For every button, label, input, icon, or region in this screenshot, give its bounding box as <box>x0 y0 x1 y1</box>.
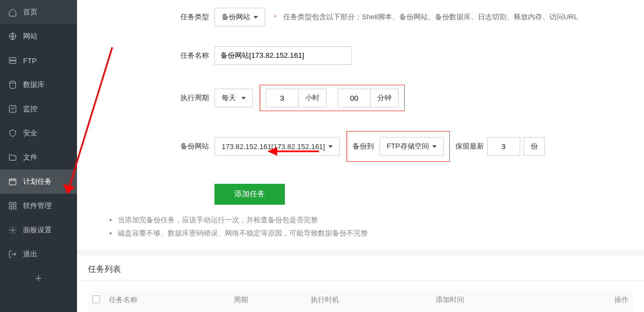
keep-latest-unit: 份 <box>524 137 545 156</box>
sidebar-item-home[interactable]: 首页 <box>0 0 77 24</box>
sidebar: 首页 网站 FTP 数据库 监控 安全 文件 计划任务 软件管理 面板设置 退出 <box>0 0 77 312</box>
table-header-row: 任务名称 周期 执行时机 添加时间 操作 <box>88 289 633 311</box>
task-type-note: 任务类型包含以下部分：Shell脚本、备份网站、备份数据库、日志切割、释放内存、… <box>283 12 578 22</box>
hint-item: 当添加完备份任务，应该手动运行一次，并检查备份包是否完整 <box>118 214 644 227</box>
svg-point-3 <box>10 81 16 83</box>
svg-rect-2 <box>9 61 16 64</box>
row-task-type: 任务类型 备份网站 * 任务类型包含以下部分：Shell脚本、备份网站、备份数据… <box>77 3 644 31</box>
task-name-input[interactable] <box>214 46 352 65</box>
minute-input[interactable] <box>338 89 371 107</box>
add-task-button[interactable]: 添加任务 <box>214 184 285 205</box>
sidebar-item-label: 软件管理 <box>23 201 52 211</box>
svg-rect-1 <box>9 58 16 61</box>
task-type-label: 任务类型 <box>165 12 214 22</box>
backup-site-value: 173.82.152.161[173.82.152.161] <box>222 143 325 151</box>
chart-icon <box>8 104 18 114</box>
col-added: 添加时间 <box>431 289 556 311</box>
row-submit: 添加任务 <box>77 179 644 209</box>
backup-to-label: 备份到 <box>353 141 374 151</box>
col-op: 操作 <box>556 289 633 311</box>
home-icon <box>8 7 18 17</box>
sidebar-item-database[interactable]: 数据库 <box>0 73 77 97</box>
cycle-dropdown[interactable]: 每天 <box>214 89 253 107</box>
sidebar-item-label: 数据库 <box>23 80 45 90</box>
sidebar-add-button[interactable]: + <box>0 266 77 291</box>
calendar-icon <box>8 177 18 187</box>
svg-rect-5 <box>9 179 16 185</box>
plus-icon: + <box>35 271 42 286</box>
sidebar-item-label: 安全 <box>23 128 37 138</box>
backup-site-dropdown[interactable]: 173.82.152.161[173.82.152.161] <box>214 137 340 156</box>
col-name: 任务名称 <box>104 289 229 311</box>
hour-input[interactable] <box>266 89 299 107</box>
row-task-name: 任务名称 <box>77 42 644 69</box>
time-highlight: 小时 分钟 <box>260 85 405 111</box>
row-backup-site: 备份网站 173.82.152.161[173.82.152.161] 备份到 … <box>77 127 644 166</box>
backup-to-value: FTP存储空间 <box>387 141 429 151</box>
apps-icon <box>8 201 18 211</box>
keep-latest-label: 保留最新 <box>455 141 484 151</box>
globe-icon <box>8 31 18 41</box>
sidebar-item-label: 网站 <box>23 31 37 41</box>
svg-rect-8 <box>9 206 12 209</box>
required-star: * <box>274 13 277 21</box>
caret-down-icon <box>328 145 333 148</box>
svg-rect-7 <box>13 202 16 205</box>
sidebar-item-security[interactable]: 安全 <box>0 121 77 145</box>
col-runtime: 执行时机 <box>306 289 431 311</box>
row-cycle: 执行周期 每天 小时 分钟 <box>77 80 644 116</box>
backup-to-dropdown[interactable]: FTP存储空间 <box>379 137 444 156</box>
caret-down-icon <box>241 97 246 100</box>
cycle-label: 执行周期 <box>165 93 214 103</box>
sidebar-item-files[interactable]: 文件 <box>0 145 77 169</box>
sidebar-item-label: 文件 <box>23 152 37 162</box>
sidebar-item-label: 计划任务 <box>23 177 52 187</box>
svg-rect-9 <box>13 206 16 209</box>
hints-list: 当添加完备份任务，应该手动运行一次，并检查备份包是否完整 磁盘容量不够、数据库密… <box>77 209 644 250</box>
caret-down-icon <box>432 145 437 148</box>
shield-icon <box>8 128 18 138</box>
minute-unit: 分钟 <box>371 89 399 107</box>
task-table-wrap: 任务名称 周期 执行时机 添加时间 操作 当前没有计划任务 <box>77 281 644 312</box>
folder-icon <box>8 152 18 162</box>
sidebar-item-software[interactable]: 软件管理 <box>0 194 77 218</box>
sidebar-item-label: FTP <box>23 57 37 65</box>
svg-rect-6 <box>9 202 12 205</box>
task-table: 任务名称 周期 执行时机 添加时间 操作 当前没有计划任务 <box>88 289 633 312</box>
task-list-panel: 任务列表 任务名称 周期 执行时机 添加时间 操作 当前没有计划任务 <box>77 255 644 312</box>
sidebar-item-label: 退出 <box>23 249 37 259</box>
backup-site-label: 备份网站 <box>165 141 214 151</box>
select-all-checkbox[interactable] <box>92 295 100 303</box>
sidebar-item-cron[interactable]: 计划任务 <box>0 169 77 194</box>
database-icon <box>8 80 18 90</box>
task-name-label: 任务名称 <box>165 51 214 61</box>
task-list-title: 任务列表 <box>77 255 644 281</box>
sidebar-item-website[interactable]: 网站 <box>0 24 77 48</box>
sidebar-item-settings[interactable]: 面板设置 <box>0 218 77 242</box>
svg-point-10 <box>12 229 14 231</box>
main-content: 任务类型 备份网站 * 任务类型包含以下部分：Shell脚本、备份网站、备份数据… <box>77 0 644 312</box>
backup-to-highlight: 备份到 FTP存储空间 <box>346 131 450 162</box>
sidebar-item-ftp[interactable]: FTP <box>0 48 77 73</box>
sidebar-item-label: 面板设置 <box>23 225 52 235</box>
sidebar-item-logout[interactable]: 退出 <box>0 242 77 266</box>
col-cycle: 周期 <box>229 289 306 311</box>
task-type-dropdown[interactable]: 备份网站 <box>214 8 265 26</box>
sidebar-item-label: 首页 <box>23 7 37 17</box>
sidebar-item-label: 监控 <box>23 104 37 114</box>
server-icon <box>8 56 18 65</box>
sidebar-item-monitor[interactable]: 监控 <box>0 97 77 121</box>
logout-icon <box>8 249 18 259</box>
task-form-panel: 任务类型 备份网站 * 任务类型包含以下部分：Shell脚本、备份网站、备份数据… <box>77 0 644 250</box>
cycle-value: 每天 <box>222 93 236 103</box>
keep-latest-input[interactable] <box>487 137 520 156</box>
task-type-value: 备份网站 <box>222 12 250 22</box>
gear-icon <box>8 225 18 235</box>
caret-down-icon <box>254 16 258 19</box>
hint-item: 磁盘容量不够、数据库密码错误、网络不稳定等原因，可能导致数据备份不完整 <box>118 227 644 240</box>
hour-unit: 小时 <box>299 89 327 107</box>
